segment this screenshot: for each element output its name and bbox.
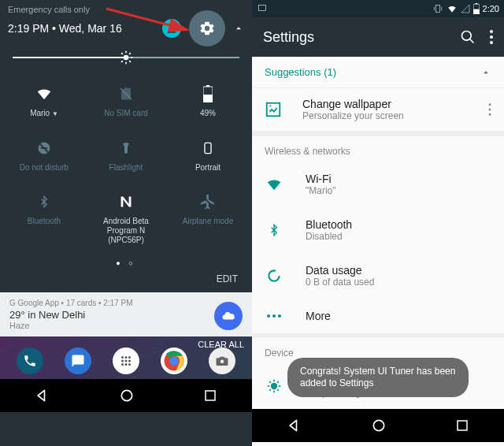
qs-tile-dnd[interactable]: Do not disturb: [3, 130, 85, 184]
gear-icon: [198, 20, 216, 37]
screenshot-indicator-icon: [257, 3, 268, 14]
svg-point-52: [267, 314, 270, 318]
svg-rect-36: [435, 5, 439, 12]
svg-point-45: [490, 35, 493, 39]
signal-empty-icon: [461, 4, 470, 13]
qs-tile-bluetooth[interactable]: Bluetooth: [3, 184, 85, 256]
svg-point-25: [121, 363, 124, 366]
battery-status-icon: [473, 3, 480, 14]
svg-rect-41: [473, 9, 480, 14]
chevron-up-icon: [480, 67, 491, 78]
svg-rect-35: [258, 5, 265, 10]
item-overflow-icon[interactable]: [488, 103, 491, 116]
user-avatar[interactable]: [162, 19, 181, 38]
qs-tile-rotation[interactable]: Portrait: [167, 130, 249, 184]
toast-message: Congrats! System UI Tuner has been added…: [287, 358, 469, 397]
chrome-app-icon[interactable]: [161, 348, 187, 374]
nav-recents-icon[interactable]: [455, 418, 469, 433]
svg-line-43: [470, 39, 474, 43]
person-icon: [165, 22, 178, 35]
svg-rect-65: [458, 421, 467, 430]
svg-rect-12: [206, 85, 209, 87]
status-time: 2:20: [483, 4, 499, 13]
settings-gear-button[interactable]: [189, 10, 225, 46]
search-icon[interactable]: [460, 29, 476, 45]
app-drawer-icon[interactable]: [113, 348, 139, 374]
svg-line-63: [277, 381, 279, 383]
suggestion-item[interactable]: Change wallpaperPersonalize your screen: [252, 88, 504, 132]
svg-point-20: [124, 356, 127, 359]
edit-tiles-button[interactable]: EDIT: [0, 270, 252, 292]
nav-home-icon[interactable]: [119, 388, 135, 403]
vibrate-icon: [432, 3, 443, 14]
phone-app-icon[interactable]: [17, 348, 43, 374]
settings-app: 2:20 Settings Suggestions (1) Change wal…: [252, 0, 504, 446]
svg-point-31: [220, 360, 224, 364]
display-brightness-icon: [266, 378, 282, 394]
svg-point-46: [490, 41, 493, 44]
svg-line-62: [269, 389, 271, 391]
svg-point-49: [489, 109, 491, 111]
svg-point-24: [128, 360, 131, 362]
airplane-icon: [199, 193, 217, 210]
chevron-up-icon[interactable]: [233, 23, 244, 34]
svg-point-26: [124, 363, 127, 366]
suggestions-header[interactable]: Suggestions (1): [252, 57, 504, 88]
svg-point-1: [124, 55, 129, 61]
nav-back-icon[interactable]: [287, 418, 302, 433]
brightness-slider[interactable]: [13, 57, 239, 58]
page-indicator[interactable]: ● ○: [0, 256, 252, 270]
svg-point-21: [128, 356, 131, 359]
cloud-icon: [221, 309, 235, 323]
section-wireless: Wireless & networks: [252, 132, 504, 162]
messenger-app-icon[interactable]: [65, 348, 91, 374]
bluetooth-icon: [268, 221, 280, 239]
more-horizontal-icon: [266, 314, 282, 318]
nav-bar-right: [252, 409, 504, 442]
qs-tile-sim[interactable]: No SIM card: [85, 76, 167, 130]
setting-more[interactable]: More: [252, 299, 504, 333]
svg-line-7: [129, 61, 131, 62]
svg-rect-40: [475, 3, 477, 4]
overflow-menu-icon[interactable]: [490, 30, 493, 44]
svg-point-44: [490, 30, 493, 33]
svg-line-60: [269, 381, 271, 383]
svg-point-50: [489, 113, 491, 116]
nav-recents-icon[interactable]: [203, 388, 217, 403]
nav-back-icon[interactable]: [35, 388, 50, 403]
qs-tile-airplane[interactable]: Airplane mode: [167, 184, 249, 256]
setting-wifi[interactable]: Wi-Fi"Mario": [252, 162, 504, 207]
qs-tile-wifi[interactable]: Mario ▼: [3, 76, 85, 130]
svg-line-6: [121, 53, 123, 54]
bluetooth-icon: [38, 193, 50, 210]
time-date[interactable]: 2:19 PM • Wed, Mar 16: [8, 22, 122, 35]
weather-fab[interactable]: [214, 302, 243, 330]
notif-title: 29° in New Delhi: [9, 309, 243, 321]
notif-sub: Haze: [9, 321, 243, 330]
android-n-icon: [117, 193, 135, 210]
wallpaper-icon: [265, 101, 282, 118]
notif-meta: G Google App • 17 cards • 2:17 PM: [9, 299, 243, 307]
qs-tile-beta[interactable]: Android Beta Program N (NPC56P): [85, 184, 167, 256]
svg-point-64: [373, 420, 384, 430]
setting-bluetooth[interactable]: BluetoothDisabled: [252, 207, 504, 253]
svg-line-61: [277, 389, 279, 391]
svg-point-53: [272, 314, 276, 318]
setting-data-usage[interactable]: Data usage0 B of data used: [252, 253, 504, 299]
svg-point-0: [169, 24, 173, 28]
svg-rect-17: [205, 143, 211, 153]
svg-point-23: [124, 360, 127, 362]
qs-tile-battery[interactable]: 49%: [167, 76, 249, 130]
nav-bar-left: [0, 379, 252, 412]
nav-home-icon[interactable]: [371, 418, 387, 433]
brightness-icon: [118, 50, 134, 65]
svg-point-32: [121, 390, 132, 400]
qs-tile-flashlight[interactable]: Flashlight: [85, 130, 167, 184]
phone-portrait-icon: [202, 139, 214, 157]
data-usage-icon: [266, 268, 282, 284]
camera-app-icon[interactable]: [209, 348, 235, 374]
quick-settings-panel: Emergency calls only 2:19 PM • Wed, Mar …: [0, 0, 252, 446]
svg-point-22: [121, 360, 124, 362]
svg-point-55: [272, 384, 277, 389]
notification-card[interactable]: G Google App • 17 cards • 2:17 PM 29° in…: [0, 292, 252, 336]
